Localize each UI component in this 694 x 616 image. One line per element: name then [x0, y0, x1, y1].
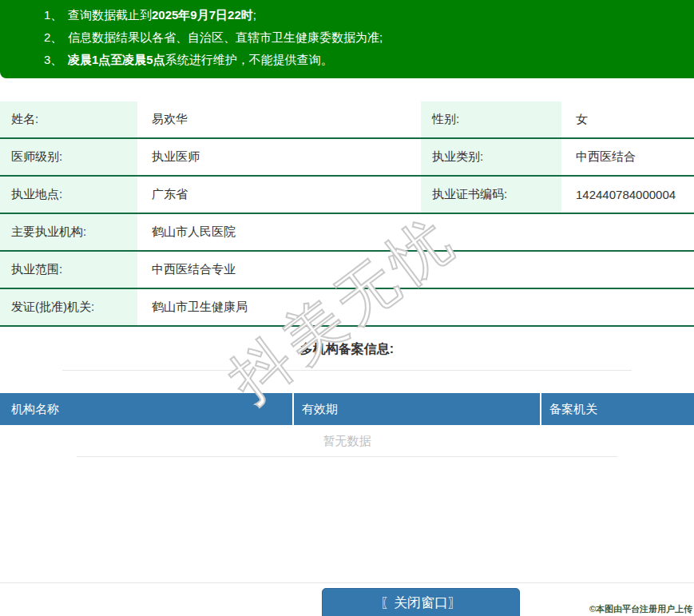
notice-text: 信息数据结果以各省、自治区、直辖市卫生健康委数据为准;	[68, 30, 383, 44]
info-label-location: 执业地点:	[0, 177, 137, 213]
info-row-name-gender: 姓名: 易欢华 性别: 女	[0, 101, 694, 139]
notice-text: ;	[253, 8, 256, 22]
notice-text: 系统进行维护，不能提供查询。	[165, 53, 333, 66]
info-label-gender: 性别:	[421, 101, 561, 137]
info-value-category: 中西医结合	[561, 149, 694, 165]
notice-text-bold: 2025年9月7日22时	[152, 8, 253, 22]
filing-column-institution: 机构名称	[0, 393, 294, 425]
info-value-gender: 女	[561, 112, 694, 127]
upload-credit-note: ©本图由平台注册用户上传	[589, 603, 692, 615]
info-label-cert-number: 执业证书编码:	[421, 177, 561, 213]
info-value-level: 执业医师	[137, 149, 421, 165]
notice-text-bold: 凌晨1点至凌晨5点	[68, 53, 165, 66]
filing-table-header: 机构名称 有效期 备案机关	[0, 393, 694, 425]
info-value-main-institution: 鹤山市人民医院	[137, 225, 694, 240]
info-value-name: 易欢华	[137, 112, 421, 127]
info-value-location: 广东省	[137, 187, 421, 202]
info-value-cert-number: 142440784000004	[561, 188, 694, 201]
filing-column-authority: 备案机关	[541, 393, 694, 425]
filing-column-validity: 有效期	[294, 393, 541, 425]
info-label-name: 姓名:	[0, 101, 137, 137]
info-value-issuing-authority: 鹤山市卫生健康局	[137, 300, 694, 315]
info-label-issuing-authority: 发证(批准)机关:	[0, 289, 137, 325]
info-row-main-institution: 主要执业机构: 鹤山市人民医院	[0, 214, 694, 252]
info-row-level-category: 医师级别: 执业医师 执业类别: 中西医结合	[0, 139, 694, 177]
notice-item-2: 2、信息数据结果以各省、自治区、直辖市卫生健康委数据为准;	[0, 26, 694, 49]
divider	[0, 582, 694, 583]
notice-number: 3、	[44, 49, 68, 71]
info-value-scope: 中西医结合专业	[137, 262, 694, 277]
notice-item-1: 1、查询数据截止到2025年9月7日22时;	[0, 4, 694, 26]
info-label-category: 执业类别:	[421, 139, 561, 175]
query-result-page: 1、查询数据截止到2025年9月7日22时; 2、信息数据结果以各省、自治区、直…	[0, 0, 694, 616]
notice-number: 1、	[44, 4, 68, 26]
notice-number: 2、	[44, 26, 68, 49]
info-row-issuing-authority: 发证(批准)机关: 鹤山市卫生健康局	[0, 289, 694, 327]
notice-item-3: 3、凌晨1点至凌晨5点系统进行维护，不能提供查询。	[0, 49, 694, 71]
notice-text: 查询数据截止到	[68, 8, 152, 22]
physician-info-table: 姓名: 易欢华 性别: 女 医师级别: 执业医师 执业类别: 中西医结合 执业地…	[0, 101, 694, 327]
info-label-level: 医师级别:	[0, 139, 137, 175]
info-row-scope: 执业范围: 中西医结合专业	[0, 252, 694, 289]
notice-banner: 1、查询数据截止到2025年9月7日22时; 2、信息数据结果以各省、自治区、直…	[0, 0, 694, 78]
info-label-main-institution: 主要执业机构:	[0, 214, 137, 250]
info-label-scope: 执业范围:	[0, 252, 137, 288]
filing-section-title: 多机构备案信息:	[62, 327, 632, 371]
close-window-button[interactable]: 〖关闭窗口〗	[322, 588, 520, 616]
info-row-location-cert: 执业地点: 广东省 执业证书编码: 142440784000004	[0, 177, 694, 214]
empty-data-text: 暂无数据	[77, 425, 617, 457]
